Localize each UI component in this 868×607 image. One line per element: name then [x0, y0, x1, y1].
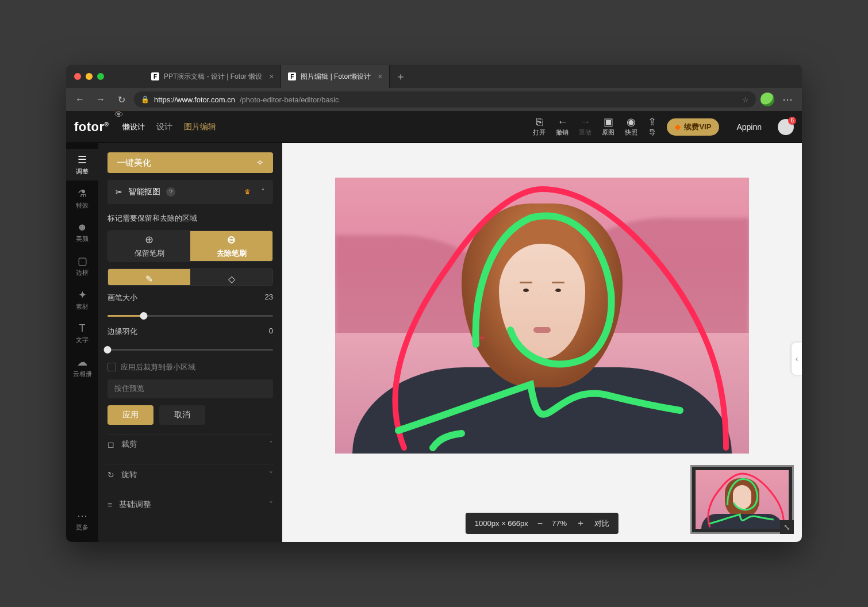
cloud-icon: ☁ — [77, 356, 87, 368]
notification-badge: 6 — [788, 117, 796, 125]
image-open-icon: ⎘ — [536, 117, 543, 127]
collapse-panel-handle[interactable]: ‹ — [792, 343, 802, 375]
minus-circle-icon: ⊖ — [227, 233, 236, 246]
sidebar-item-more[interactable]: ⋯更多 — [66, 505, 98, 536]
vip-tag-icon: ♛ — [244, 188, 251, 196]
minimap-expand-button[interactable]: ⤡ — [780, 520, 794, 534]
url-path: /photo-editor-beta/editor/basic — [240, 95, 339, 104]
bookmark-icon[interactable]: ☆ — [742, 95, 749, 104]
new-tab-button[interactable]: ＋ — [390, 70, 412, 83]
browser-tab-background[interactable]: F PPT演示文稿 - 设计 | Fotor 懒设 × — [144, 65, 281, 88]
rotate-section[interactable]: ↻ 旋转 ˅ — [107, 464, 273, 485]
chevron-up-icon: ˄ — [261, 187, 265, 197]
sidebar-item-assets[interactable]: ✦素材 — [66, 284, 98, 316]
back-button[interactable]: ← — [72, 91, 88, 107]
close-window-button[interactable] — [74, 73, 81, 80]
rotate-icon: ↻ — [107, 470, 114, 479]
sidebar-item-effects[interactable]: ⚗特效 — [66, 183, 98, 214]
chevron-down-icon: ˅ — [269, 440, 273, 449]
close-tab-icon[interactable]: × — [378, 72, 382, 81]
browser-menu-button[interactable]: ⋯ — [779, 93, 796, 106]
feather-slider[interactable] — [107, 344, 273, 353]
apply-button[interactable]: 应用 — [107, 405, 153, 425]
remove-brush-button[interactable]: ⊖ 去除笔刷 — [190, 231, 272, 261]
shapes-icon: ✦ — [78, 289, 87, 301]
eraser-tool-button[interactable]: ◇ — [190, 269, 272, 286]
hold-preview-button[interactable]: 按住预览 👁 — [107, 379, 273, 398]
one-click-label: 一键美化 — [117, 157, 151, 168]
renew-vip-button[interactable]: ◆续费VIP — [667, 118, 719, 136]
favicon: F — [151, 72, 159, 80]
sidebar-item-frame[interactable]: ▢边框 — [66, 250, 98, 282]
username[interactable]: Appinn — [736, 122, 762, 132]
sidebar-item-cloud[interactable]: ☁云相册 — [66, 351, 98, 383]
minimize-window-button[interactable] — [86, 73, 93, 80]
sidebar-item-adjust[interactable]: ☰调整 — [66, 149, 98, 180]
basic-adjust-section[interactable]: ≡ 基础调整 ˅ — [107, 494, 273, 514]
settings-panel: 一键美化 ✧ ✂ 智能抠图 ? ♛ ˄ 标记需要保留和去除的区域 ⊕ 保留笔刷 … — [98, 143, 282, 542]
original-button[interactable]: ▣原图 — [602, 117, 614, 137]
crop-min-label: 应用后裁剪到最小区域 — [121, 362, 195, 372]
sliders-icon: ☰ — [78, 153, 87, 166]
crop-section[interactable]: ◻ 裁剪 ˅ — [107, 434, 273, 455]
keep-stroke-head — [475, 216, 611, 364]
lock-icon: 🔒 — [141, 95, 149, 103]
undo-button[interactable]: ←撤销 — [556, 117, 569, 137]
close-tab-icon[interactable]: × — [269, 72, 274, 81]
pencil-icon: ✎ — [145, 274, 153, 285]
redo-button[interactable]: →重做 — [579, 117, 592, 137]
magic-wand-icon: ✧ — [256, 157, 264, 168]
address-bar: ← → ↻ 🔒 https://www.fotor.com.cn/photo-e… — [66, 88, 802, 111]
brush-size-value: 23 — [265, 293, 273, 303]
url-input[interactable]: 🔒 https://www.fotor.com.cn/photo-editor-… — [134, 91, 756, 107]
keep-stroke-body — [398, 385, 680, 431]
camera-icon: ◉ — [627, 117, 636, 127]
image-canvas[interactable]: + — [335, 178, 749, 454]
browser-tab-active[interactable]: F 图片编辑 | Fotor懒设计 × — [281, 65, 390, 88]
cancel-button[interactable]: 取消 — [159, 405, 205, 425]
left-rail: ☰调整 ⚗特效 ☻美颜 ▢边框 ✦素材 T文字 ☁云相册 ⋯更多 — [66, 143, 98, 542]
feather-value: 0 — [269, 326, 273, 337]
zoom-out-button[interactable]: − — [537, 518, 543, 529]
app-toolbar: fotor® 懒设计 设计 图片编辑 ⎘打开 ←撤销 →重做 ▣原图 ◉快照 ⇪… — [66, 111, 802, 143]
open-button[interactable]: ⎘打开 — [533, 117, 546, 137]
flask-icon: ⚗ — [78, 187, 87, 200]
extension-icon[interactable] — [761, 93, 774, 106]
frame-icon: ▢ — [78, 255, 87, 267]
maximize-window-button[interactable] — [97, 73, 104, 80]
compare-button[interactable]: 对比 — [594, 518, 609, 529]
one-click-beautify-button[interactable]: 一键美化 ✧ — [107, 152, 273, 173]
annotation-overlay: + — [335, 178, 749, 454]
zoom-bar: 1000px × 666px − 77% ＋ 对比 — [466, 513, 619, 534]
crop-min-checkbox[interactable] — [107, 363, 116, 371]
keep-brush-button[interactable]: ⊕ 保留笔刷 — [108, 231, 190, 261]
avatar[interactable]: 6 — [778, 119, 794, 135]
sidebar-item-text[interactable]: T文字 — [66, 318, 98, 349]
snapshot-button[interactable]: ◉快照 — [625, 117, 637, 137]
brush-size-label: 画笔大小 — [107, 293, 137, 303]
brand-logo[interactable]: fotor® — [74, 120, 109, 135]
brush-tool-button[interactable]: ✎ — [108, 269, 190, 286]
forward-button[interactable]: → — [93, 91, 109, 107]
smart-cutout-header[interactable]: ✂ 智能抠图 ? ♛ ˄ — [107, 180, 273, 204]
zoom-in-button[interactable]: ＋ — [576, 517, 585, 529]
export-button[interactable]: ⇪导 — [648, 117, 656, 137]
url-host: https://www.fotor.com.cn — [154, 95, 235, 104]
export-icon: ⇪ — [648, 117, 656, 127]
eraser-icon: ◇ — [228, 274, 235, 285]
refresh-button[interactable]: ↻ — [113, 91, 129, 107]
plus-circle-icon: ⊕ — [145, 233, 153, 246]
crop-icon: ◻ — [107, 440, 114, 449]
minimap[interactable]: ⤡ — [690, 465, 794, 534]
nav-design[interactable]: 设计 — [156, 122, 172, 132]
nav-photo-edit[interactable]: 图片编辑 — [184, 122, 216, 132]
redo-icon: → — [580, 117, 590, 127]
adjust-icon: ≡ — [107, 500, 112, 509]
window-titlebar: F PPT演示文稿 - 设计 | Fotor 懒设 × F 图片编辑 | Fot… — [66, 65, 802, 88]
sidebar-item-beauty[interactable]: ☻美颜 — [66, 217, 98, 248]
chevron-down-icon: ˅ — [269, 500, 273, 509]
tab-title: PPT演示文稿 - 设计 | Fotor 懒设 — [164, 72, 262, 82]
brush-size-slider[interactable] — [107, 310, 273, 319]
smart-cutout-label: 智能抠图 — [128, 187, 160, 197]
help-icon[interactable]: ? — [166, 187, 175, 197]
